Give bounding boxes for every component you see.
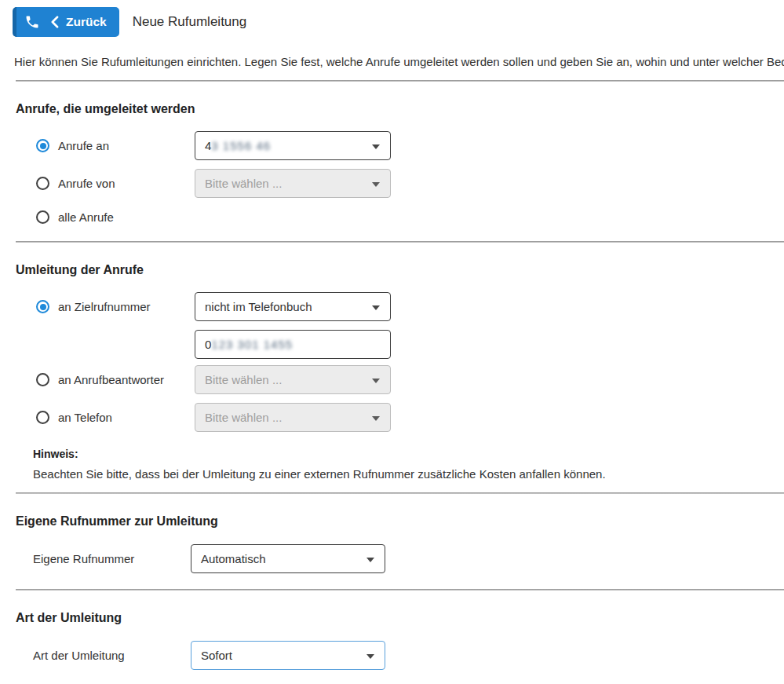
radio-anrufe-von-label[interactable]: Anrufe von	[58, 177, 115, 190]
section-heading-target: Umleitung der Anrufe	[16, 263, 784, 279]
dropdown-anrufe-von-placeholder: Bitte wählen ...	[205, 177, 282, 190]
section-heading-calls: Anrufe, die umgeleitet werden	[16, 102, 784, 118]
radio-anrufe-an[interactable]	[36, 139, 49, 152]
dropdown-anrufe-an[interactable]: 43 1556 46	[195, 131, 391, 160]
header: Zurück Neue Rufumleitung	[13, 7, 784, 37]
row-anrufe-von: Anrufe von Bitte wählen ...	[0, 169, 784, 198]
page-title: Neue Rufumleitung	[133, 14, 247, 30]
section-calls: Anrufe an 43 1556 46 Anrufe von Bitte wä…	[0, 131, 784, 226]
dropdown-eigene-rufnummer[interactable]: Automatisch	[191, 544, 385, 573]
eigene-rufnummer-label: Eigene Rufnummer	[16, 552, 191, 565]
dropdown-art-der-umleitung-value: Sofort	[201, 649, 232, 662]
dropdown-arrow-icon	[366, 558, 374, 562]
dropdown-anrufe-von: Bitte wählen ...	[195, 169, 391, 198]
dropdown-arrow-icon	[372, 182, 380, 187]
dropdown-arrow-icon	[366, 654, 374, 659]
row-art-der-umleitung: Art der Umleitung Sofort	[0, 641, 784, 670]
row-zielrufnummer: an Zielrufnummer nicht im Telefonbuch	[0, 292, 784, 321]
row-alle-anrufe: alle Anrufe	[0, 207, 784, 226]
dropdown-an-telefon-placeholder: Bitte wählen ...	[205, 411, 282, 424]
zielrufnummer-input[interactable]: 0123 301 1455	[195, 330, 391, 359]
back-chevron-icon	[40, 16, 66, 28]
dropdown-art-der-umleitung[interactable]: Sofort	[191, 641, 385, 670]
dropdown-zielrufnummer-value: nicht im Telefonbuch	[205, 300, 312, 313]
dropdown-anrufbeantworter-placeholder: Bitte wählen ...	[205, 373, 282, 386]
back-button[interactable]: Zurück	[13, 7, 119, 37]
zielrufnummer-value-masked: 123 301 1455	[211, 338, 293, 351]
radio-zielrufnummer-label[interactable]: an Zielrufnummer	[58, 300, 151, 313]
radio-alle-anrufe-label[interactable]: alle Anrufe	[58, 210, 114, 224]
art-der-umleitung-label: Art der Umleitung	[16, 649, 191, 662]
radio-anrufbeantworter-label[interactable]: an Anrufbeantworter	[58, 373, 164, 386]
dropdown-an-telefon: Bitte wählen ...	[195, 403, 391, 432]
dropdown-arrow-icon	[372, 305, 380, 310]
separator	[16, 241, 784, 243]
dropdown-eigene-rufnummer-value: Automatisch	[201, 552, 266, 565]
separator	[16, 80, 784, 82]
separator	[16, 589, 784, 591]
row-zielrufnummer-input: 0123 301 1455	[0, 330, 784, 359]
radio-an-telefon-label[interactable]: an Telefon	[58, 411, 112, 424]
row-anrufbeantworter: an Anrufbeantworter Bitte wählen ...	[0, 365, 784, 394]
dropdown-arrow-icon	[372, 416, 380, 421]
radio-anrufe-an-label[interactable]: Anrufe an	[58, 139, 109, 152]
back-button-label: Zurück	[66, 16, 107, 28]
dropdown-anrufe-an-value-masked: 3 1556 46	[211, 139, 271, 152]
separator	[16, 492, 784, 494]
row-an-telefon: an Telefon Bitte wählen ...	[0, 403, 784, 432]
dropdown-arrow-icon	[372, 379, 380, 383]
row-eigene-rufnummer: Eigene Rufnummer Automatisch	[0, 544, 784, 573]
intro-text: Hier können Sie Rufumleitungen einrichte…	[0, 55, 784, 68]
note-text: Beachten Sie bitte, dass bei der Umleitu…	[33, 467, 784, 481]
dropdown-arrow-icon	[372, 144, 380, 149]
note-title: Hinweis:	[33, 448, 784, 460]
section-target: an Zielrufnummer nicht im Telefonbuch 01…	[0, 292, 784, 481]
row-anrufe-an: Anrufe an 43 1556 46	[0, 131, 784, 160]
radio-alle-anrufe[interactable]	[36, 210, 49, 224]
radio-zielrufnummer[interactable]	[36, 300, 49, 313]
dropdown-anrufbeantworter: Bitte wählen ...	[195, 365, 391, 394]
phone-icon	[24, 14, 40, 30]
radio-anrufbeantworter[interactable]	[36, 373, 49, 386]
section-heading-own-number: Eigene Rufnummer zur Umleitung	[16, 514, 784, 530]
radio-an-telefon[interactable]	[36, 411, 49, 424]
radio-anrufe-von[interactable]	[36, 177, 49, 190]
dropdown-zielrufnummer[interactable]: nicht im Telefonbuch	[195, 292, 391, 321]
section-heading-type: Art der Umleitung	[16, 611, 784, 627]
